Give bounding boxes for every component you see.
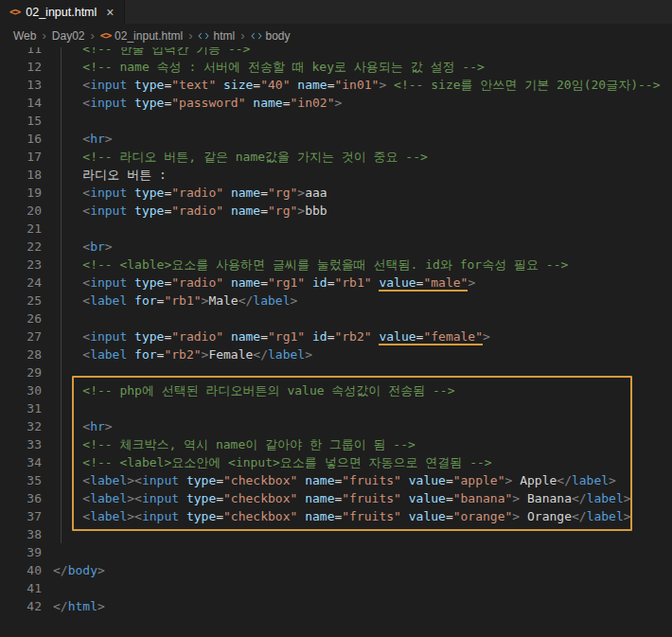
code-line[interactable]: 25 <label for="rb1">Male</label> bbox=[0, 292, 672, 310]
code-line[interactable]: 32 <hr> bbox=[0, 417, 672, 435]
code-line[interactable]: 17 <!-- 라디오 버튼, 같은 name값을 가지는 것이 중요 --> bbox=[0, 148, 672, 166]
line-number: 29 bbox=[0, 363, 42, 381]
line-number: 39 bbox=[0, 543, 42, 561]
code-line[interactable]: 40</body> bbox=[0, 561, 672, 579]
code-line[interactable]: 28 <label for="rb2">Female</label> bbox=[0, 345, 672, 363]
chevron-right-icon: › bbox=[239, 28, 245, 43]
code-line[interactable]: 16 <hr> bbox=[0, 130, 672, 148]
line-number: 32 bbox=[0, 417, 42, 435]
code-text: 라디오 버튼 : bbox=[42, 166, 167, 184]
breadcrumb-item-day02[interactable]: Day02 bbox=[52, 29, 85, 43]
code-line[interactable]: 24 <input type="radio" name="rg1" id="rb… bbox=[0, 274, 672, 292]
code-line[interactable]: 15 bbox=[0, 112, 672, 130]
close-icon[interactable]: × bbox=[106, 6, 114, 19]
code-text: <label><input type="checkbox" name="frui… bbox=[42, 471, 616, 489]
code-line[interactable]: 38 bbox=[0, 525, 672, 543]
code-line[interactable]: 26 bbox=[0, 310, 672, 327]
line-number: 17 bbox=[0, 148, 42, 166]
code-text: <label><input type="checkbox" name="frui… bbox=[42, 507, 631, 525]
code-text: <!-- 한줄 입력칸 기능 --> bbox=[42, 47, 250, 58]
code-text: <!-- 체크박스, 역시 name이 같아야 한 그룹이 됨 --> bbox=[42, 435, 416, 453]
code-line[interactable]: 34 <!-- <label>요소안에 <input>요소를 넣으면 자동으로 … bbox=[0, 453, 672, 471]
code-line[interactable]: 33 <!-- 체크박스, 역시 name이 같아야 한 그룹이 됨 --> bbox=[0, 435, 672, 453]
breadcrumb-label: 02_input.html bbox=[115, 29, 183, 43]
code-text: <!-- php에 선택된 라디오버튼의 value 속성값이 전송됨 --> bbox=[42, 381, 455, 399]
line-number: 34 bbox=[0, 453, 42, 471]
code-text bbox=[42, 220, 53, 238]
html-file-icon: <> bbox=[100, 29, 111, 42]
breadcrumb-item-body[interactable]: body bbox=[251, 29, 291, 43]
code-text: <label for="rb2">Female</label> bbox=[42, 345, 312, 363]
editor[interactable]: 11 <!-- 한줄 입력칸 기능 -->12 <!-- name 속성 : 서… bbox=[0, 47, 672, 637]
code-text bbox=[42, 525, 53, 543]
code-line[interactable]: 18 라디오 버튼 : bbox=[0, 166, 672, 184]
breadcrumb-label: Day02 bbox=[52, 29, 85, 43]
breadcrumb-item-file[interactable]: <> 02_input.html bbox=[100, 29, 183, 43]
code-text: <br> bbox=[42, 238, 113, 256]
code-text bbox=[42, 310, 53, 327]
code-lines: 11 <!-- 한줄 입력칸 기능 -->12 <!-- name 속성 : 서… bbox=[0, 47, 672, 615]
breadcrumb-item-html[interactable]: html bbox=[198, 29, 235, 43]
line-number: 37 bbox=[0, 507, 42, 525]
line-number: 25 bbox=[0, 292, 42, 310]
code-text: <input type="radio" name="rg1" id="rb2" … bbox=[42, 327, 490, 345]
code-text: <label><input type="checkbox" name="frui… bbox=[42, 489, 631, 507]
breadcrumb-label: html bbox=[213, 29, 235, 43]
code-text: <input type="password" name="in02"> bbox=[42, 94, 342, 112]
line-number: 16 bbox=[0, 130, 42, 148]
code-line[interactable]: 13 <input type="text" size="40" name="in… bbox=[0, 76, 672, 94]
code-line[interactable]: 29 bbox=[0, 363, 672, 381]
code-text: <hr> bbox=[42, 130, 113, 148]
code-line[interactable]: 30 <!-- php에 선택된 라디오버튼의 value 속성값이 전송됨 -… bbox=[0, 381, 672, 399]
code-line[interactable]: 21 bbox=[0, 220, 672, 238]
breadcrumb-label: Web bbox=[13, 29, 36, 43]
line-number: 15 bbox=[0, 112, 42, 130]
code-line[interactable]: 19 <input type="radio" name="rg">aaa bbox=[0, 184, 672, 202]
line-number: 21 bbox=[0, 220, 42, 238]
line-number: 35 bbox=[0, 471, 42, 489]
tab-02-input-html[interactable]: <> 02_input.html × bbox=[0, 0, 125, 24]
breadcrumb: Web › Day02 › <> 02_input.html › html › … bbox=[0, 24, 672, 47]
code-text: <input type="radio" name="rg">aaa bbox=[42, 184, 327, 202]
code-line[interactable]: 11 <!-- 한줄 입력칸 기능 --> bbox=[0, 47, 672, 58]
breadcrumb-label: body bbox=[266, 29, 291, 43]
line-number: 30 bbox=[0, 381, 42, 399]
line-number: 18 bbox=[0, 166, 42, 184]
line-number: 13 bbox=[0, 76, 42, 94]
code-line[interactable]: 31 bbox=[0, 399, 672, 417]
code-line[interactable]: 22 <br> bbox=[0, 238, 672, 256]
code-line[interactable]: 27 <input type="radio" name="rg1" id="rb… bbox=[0, 327, 672, 345]
code-line[interactable]: 12 <!-- name 속성 : 서버에 전송할 때 key로 사용되는 값 … bbox=[0, 58, 672, 76]
line-number: 22 bbox=[0, 238, 42, 256]
code-text bbox=[42, 579, 53, 597]
code-text: <!-- name 속성 : 서버에 전송할 때 key로 사용되는 값 설정 … bbox=[42, 58, 485, 76]
line-number: 27 bbox=[0, 327, 42, 345]
line-number: 42 bbox=[0, 597, 42, 615]
code-text bbox=[42, 112, 53, 130]
code-text: <label for="rb1">Male</label> bbox=[42, 292, 297, 310]
code-line[interactable]: 36 <label><input type="checkbox" name="f… bbox=[0, 489, 672, 507]
line-number: 38 bbox=[0, 525, 42, 543]
chevron-right-icon: › bbox=[90, 28, 96, 43]
code-text: <!-- <lable>요소를 사용하면 글씨를 눌렀을때 선택됨. id와 f… bbox=[42, 256, 568, 274]
code-line[interactable]: 42</html> bbox=[0, 597, 672, 615]
code-text: <hr> bbox=[42, 417, 113, 435]
code-line[interactable]: 20 <input type="radio" name="rg">bbb bbox=[0, 202, 672, 220]
line-number: 31 bbox=[0, 399, 42, 417]
line-number: 36 bbox=[0, 489, 42, 507]
code-text: <input type="text" size="40" name="in01"… bbox=[42, 76, 660, 94]
breadcrumb-item-web[interactable]: Web bbox=[13, 29, 36, 43]
code-line[interactable]: 23 <!-- <lable>요소를 사용하면 글씨를 눌렀을때 선택됨. id… bbox=[0, 256, 672, 274]
code-line[interactable]: 14 <input type="password" name="in02"> bbox=[0, 94, 672, 112]
code-line[interactable]: 35 <label><input type="checkbox" name="f… bbox=[0, 471, 672, 489]
chevron-right-icon: › bbox=[41, 28, 46, 43]
code-line[interactable]: 37 <label><input type="checkbox" name="f… bbox=[0, 507, 672, 525]
code-line[interactable]: 41 bbox=[0, 579, 672, 597]
line-number: 19 bbox=[0, 184, 42, 202]
line-number: 11 bbox=[0, 47, 42, 58]
line-number: 20 bbox=[0, 202, 42, 220]
html-file-icon: <> bbox=[9, 6, 20, 18]
symbol-element-icon bbox=[251, 30, 262, 42]
tab-label: 02_input.html bbox=[26, 6, 97, 19]
code-line[interactable]: 39 bbox=[0, 543, 672, 561]
